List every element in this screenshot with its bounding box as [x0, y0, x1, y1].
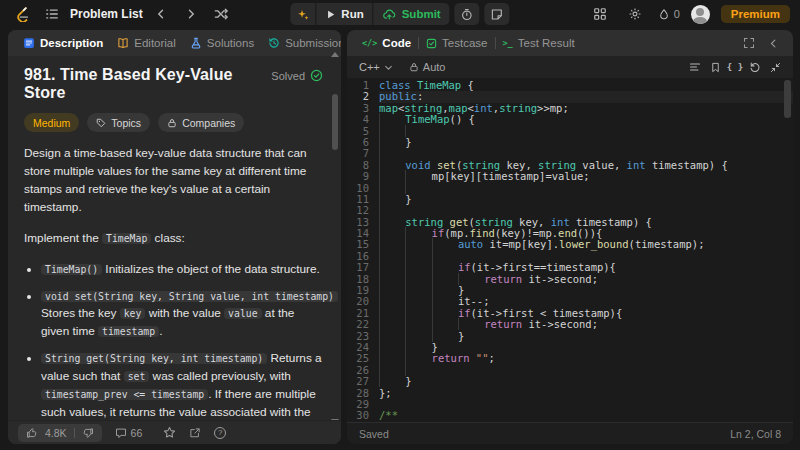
auto-toggle[interactable]: Auto [409, 61, 446, 73]
vote-control[interactable]: 4.8K [18, 424, 102, 442]
status-badge: Solved [271, 69, 323, 82]
favorite-button[interactable] [163, 426, 176, 439]
topics-badge[interactable]: Topics [87, 113, 150, 132]
thumbs-up-icon [26, 427, 38, 439]
tab-code[interactable]: </> Code [355, 37, 418, 49]
tab-submissions[interactable]: Submissions [261, 37, 341, 49]
page-title: 981. Time Based Key-Value Store [24, 66, 271, 102]
scrollbar-thumb[interactable] [332, 94, 338, 150]
testcase-icon [426, 38, 437, 49]
prev-problem-icon[interactable] [149, 3, 173, 25]
description-icon [23, 37, 35, 49]
flame-icon [658, 8, 670, 21]
star-icon [163, 426, 176, 439]
run-button[interactable]: Run [316, 3, 372, 25]
layout-grid-icon[interactable] [588, 3, 612, 25]
code-panel: </> Code Testcase >_ Test Result C++ Aut… [347, 30, 793, 444]
note-icon [491, 8, 504, 21]
save-status: Saved [359, 428, 389, 440]
debug-button[interactable] [290, 3, 315, 25]
language-selector[interactable]: C++ [355, 61, 397, 73]
braces-icon[interactable]: { } [725, 58, 745, 76]
reset-code-icon[interactable] [745, 58, 765, 76]
left-panel-tabs: Description Editorial Solutions Submissi… [8, 30, 341, 56]
comment-icon [115, 427, 127, 439]
help-button[interactable]: ? [214, 427, 226, 439]
top-bar: Problem List Run Submit [0, 0, 800, 28]
line-numbers: 1234567891011121314151617181920212223242… [347, 80, 379, 422]
tab-description[interactable]: Description [16, 37, 110, 49]
companies-badge[interactable]: Companies [158, 113, 244, 132]
help-icon: ? [214, 427, 226, 439]
problem-panel: Description Editorial Solutions Submissi… [8, 30, 341, 444]
share-icon [189, 427, 201, 439]
list-item: void set(String key, String value, int t… [41, 288, 323, 342]
flask-icon [190, 37, 202, 49]
next-problem-icon[interactable] [179, 3, 203, 25]
left-scrollbar[interactable] [331, 58, 339, 418]
implement-line: Implement the TimeMap class: [24, 230, 323, 248]
share-button[interactable] [189, 427, 201, 439]
lock-icon [167, 118, 177, 128]
collapse-editor-icon[interactable] [765, 58, 785, 76]
shuffle-icon[interactable] [209, 3, 233, 25]
avatar[interactable] [691, 5, 710, 24]
problem-list-label[interactable]: Problem List [70, 7, 143, 21]
streak-counter[interactable]: 0 [658, 8, 680, 21]
lock-icon [409, 62, 419, 72]
difficulty-badge[interactable]: Medium [24, 113, 79, 132]
list-item: String get(String key, int timestamp) Re… [41, 350, 323, 420]
fullscreen-icon[interactable] [737, 32, 761, 54]
streak-count: 0 [674, 8, 680, 20]
settings-gear-icon[interactable] [623, 3, 647, 25]
code-icon: </> [362, 38, 377, 48]
problem-description: 981. Time Based Key-Value Store Solved M… [8, 56, 341, 420]
scroll-up-arrow[interactable] [331, 52, 339, 57]
code-lines[interactable]: class TimeMap {public:map<string,map<int… [379, 80, 793, 422]
bookmark-icon[interactable] [705, 58, 725, 76]
check-circle-icon [310, 69, 323, 82]
tab-solutions[interactable]: Solutions [183, 37, 261, 49]
leetcode-logo[interactable] [10, 3, 34, 25]
premium-button[interactable]: Premium [721, 5, 790, 23]
requirements-list: TimeMap() Initializes the object of the … [41, 261, 323, 420]
history-icon [268, 37, 280, 49]
chevron-down-icon [384, 63, 393, 72]
description-paragraph: Design a time-based key-value data struc… [24, 145, 323, 217]
editorial-book-icon [117, 37, 129, 49]
editor-scrollbar-thumb[interactable] [784, 80, 791, 118]
problem-footer: 4.8K 66 ? [8, 420, 341, 444]
list-item: TimeMap() Initializes the object of the … [41, 261, 323, 279]
cloud-upload-icon [383, 8, 397, 21]
right-panel-tabs: </> Code Testcase >_ Test Result [347, 30, 793, 56]
cursor-position: Ln 2, Col 8 [730, 428, 781, 440]
notes-button[interactable] [485, 3, 510, 25]
thumbs-down-icon [82, 427, 94, 439]
editor-toolbar: C++ Auto { } [347, 56, 793, 78]
like-count: 4.8K [45, 427, 67, 439]
tab-test-result[interactable]: >_ Test Result [496, 37, 582, 49]
tab-testcase[interactable]: Testcase [419, 37, 494, 49]
comment-count: 66 [131, 427, 143, 439]
terminal-icon: >_ [503, 38, 513, 48]
timer-icon [461, 8, 474, 21]
problem-list-icon[interactable] [40, 3, 64, 25]
code-editor[interactable]: 1234567891011121314151617181920212223242… [347, 78, 793, 422]
comments-button[interactable]: 66 [115, 427, 143, 439]
play-icon [325, 9, 336, 20]
timer-button[interactable] [455, 3, 480, 25]
format-code-icon[interactable] [685, 58, 705, 76]
editor-statusbar: Saved Ln 2, Col 8 [347, 422, 793, 444]
tab-editorial[interactable]: Editorial [110, 37, 183, 49]
tag-icon [96, 118, 106, 128]
submit-button[interactable]: Submit [374, 3, 450, 25]
collapse-panel-icon[interactable] [761, 32, 785, 54]
